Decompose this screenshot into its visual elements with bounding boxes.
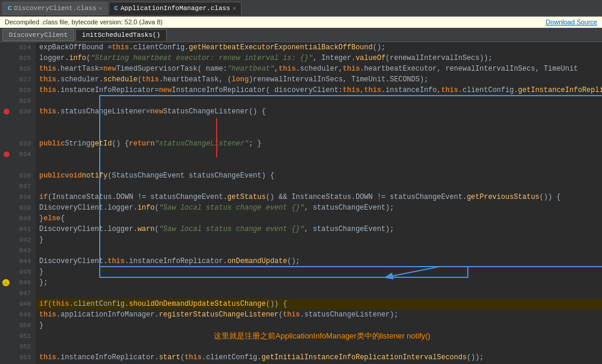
code-line-937: [36, 181, 602, 192]
code-line-927: this.scheduler.schedule(this.heartbeatTa…: [36, 74, 602, 85]
code-line-943: [36, 245, 602, 256]
tab-bar: C DiscoveryClient.class ✕ C ApplicationI…: [0, 0, 602, 17]
line-943: 943: [0, 245, 36, 256]
line-929: 929: [0, 96, 36, 106]
code-line-939: DiscoveryClient.logger.info("Saw local s…: [36, 202, 602, 213]
close-tab-1[interactable]: ✕: [99, 5, 102, 12]
tab-label-2: ApplicationInfoManager.class: [121, 5, 230, 12]
tab-application-info-manager[interactable]: C ApplicationInfoManager.class ✕: [109, 2, 241, 15]
annotation-container: 这里就是注册之前ApplicationInfoManager类中的listene…: [36, 331, 602, 341]
code-line-926: this.heartTask = new TimedSupervisorTask…: [36, 64, 602, 74]
line-926: 926: [0, 64, 36, 74]
line-953: 953: [0, 352, 36, 363]
tab-icon-2: C: [114, 5, 118, 12]
tab-discovery-client[interactable]: C DiscoveryClient.class ✕: [2, 2, 107, 15]
method-tabs: DiscoveryClient initScheduledTasks(): [0, 28, 602, 42]
method-tab-discovery-client[interactable]: DiscoveryClient: [2, 29, 74, 41]
line-939: 939: [0, 202, 36, 213]
code-line-944: DiscoveryClient.this.instanceInfoReplica…: [36, 256, 602, 267]
code-line-936: public void notify(StatusChangeEvent sta…: [36, 170, 602, 181]
line-934: 934: [0, 149, 36, 160]
code-line-930: this.statusChangeListener = new StatusCh…: [36, 106, 602, 117]
code-line-938: if(InstanceStatus.DOWN != statusChangeEv…: [36, 192, 602, 202]
line-946: ⚠ 946: [0, 277, 36, 288]
line-numbers: 924 925 926 927 928 929 930 933 934 936: [0, 42, 36, 364]
line-932: [0, 128, 36, 138]
line-942: 942: [0, 235, 36, 245]
decompiled-info: Decompiled .class file, bytecode version…: [5, 18, 163, 26]
line-925: 925: [0, 53, 36, 64]
code-line-951: [36, 341, 602, 352]
code-line-947: [36, 288, 602, 299]
code-line-929: [36, 96, 602, 106]
code-line-941: DiscoveryClient.logger.warn("Saw local s…: [36, 224, 602, 235]
line-924: 924: [0, 42, 36, 53]
code-line-950: }: [36, 320, 602, 331]
line-935: [0, 160, 36, 170]
info-bar: Decompiled .class file, bytecode version…: [0, 17, 602, 28]
code-line-932: [36, 128, 602, 138]
download-source-link[interactable]: Download Source: [546, 18, 597, 26]
code-editor[interactable]: expBackOffBound = this.clientConfig.getH…: [36, 42, 602, 364]
code-line-948: if(this.clientConfig.shouldOnDemandUpdat…: [36, 299, 602, 309]
line-930: 930: [0, 106, 36, 117]
line-950: 950: [0, 320, 36, 331]
line-941: 941: [0, 224, 36, 235]
code-line-949: this.applicationInfoManager.registerStat…: [36, 309, 602, 320]
method-tab-init-scheduled-tasks[interactable]: initScheduledTasks(): [75, 29, 167, 41]
line-927: 927: [0, 74, 36, 85]
ide-window: C DiscoveryClient.class ✕ C ApplicationI…: [0, 0, 602, 364]
code-line-934: [36, 149, 602, 160]
line-940: 940: [0, 213, 36, 224]
code-line-933: public String getId() { return "statusCh…: [36, 138, 602, 149]
code-lines: expBackOffBound = this.clientConfig.getH…: [36, 42, 602, 364]
code-line-935: [36, 160, 602, 170]
line-947: 947: [0, 288, 36, 299]
line-931: [0, 117, 36, 128]
line-948: 948: [0, 299, 36, 309]
code-line-945: }: [36, 267, 602, 277]
code-line-924: expBackOffBound = this.clientConfig.getH…: [36, 42, 602, 53]
line-949: 949: [0, 309, 36, 320]
line-951: 951: [0, 331, 36, 341]
line-952: 952: [0, 341, 36, 352]
close-tab-2[interactable]: ✕: [233, 5, 236, 12]
line-928: 928: [0, 85, 36, 96]
code-line-928: this.instanceInfoReplicator = new Instan…: [36, 85, 602, 96]
editor-area: 924 925 926 927 928 929 930 933 934 936: [0, 42, 602, 364]
tab-label-1: DiscoveryClient.class: [14, 5, 97, 12]
line-937: 937: [0, 181, 36, 192]
line-number-gutter: 924 925 926 927 928 929 930 933 934 936: [0, 42, 36, 364]
code-line-925: logger.info("Starting heartbeat executor…: [36, 53, 602, 64]
code-line-931: [36, 117, 602, 128]
line-936: 936: [0, 170, 36, 181]
tab-icon-1: C: [8, 5, 12, 12]
code-line-946: };: [36, 277, 602, 288]
code-line-952: this.instanceInfoReplicator.start(this.c…: [36, 352, 602, 363]
line-944: 944: [0, 256, 36, 267]
annotation-text: 这里就是注册之前ApplicationInfoManager类中的listene…: [214, 331, 430, 341]
line-933: 933: [0, 138, 36, 149]
line-945: 945: [0, 267, 36, 277]
code-line-940: } else {: [36, 213, 602, 224]
line-938: 938: [0, 192, 36, 202]
code-line-942: }: [36, 235, 602, 245]
